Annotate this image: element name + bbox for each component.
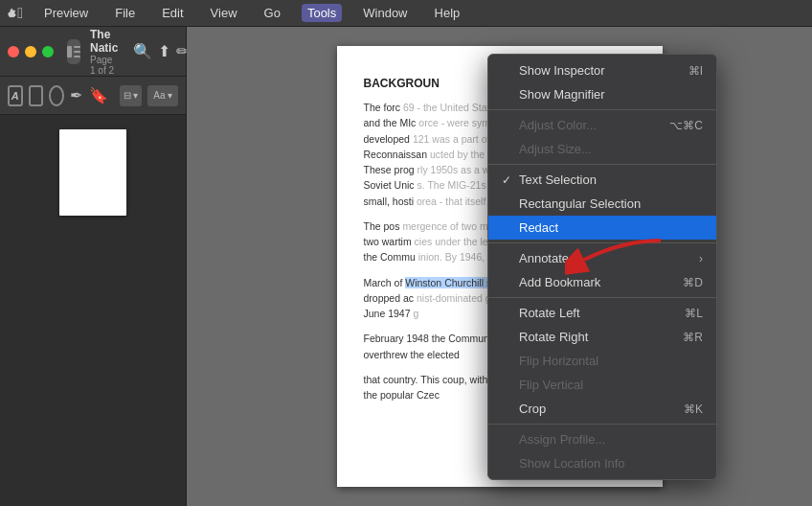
add-bookmark-label: Add Bookmark	[519, 275, 675, 289]
rotate-right-shortcut: ⌘R	[683, 331, 703, 344]
page-info: Page 1 of 2	[90, 55, 118, 76]
menu-tools[interactable]: Tools	[302, 4, 342, 22]
show-inspector-shortcut: ⌘I	[688, 64, 703, 78]
menu-annotate[interactable]: Annotate ›	[488, 246, 716, 270]
menu-redact[interactable]: Redact	[488, 216, 716, 240]
menu-preview[interactable]: Preview	[38, 4, 94, 22]
menu-file[interactable]: File	[109, 4, 141, 22]
svg-rect-3	[74, 56, 80, 58]
show-location-label: Show Location Info	[519, 456, 695, 471]
menu-crop[interactable]: Crop ⌘K	[488, 397, 716, 421]
text-tool-icon[interactable]: A	[8, 85, 23, 106]
menu-rotate-left[interactable]: Rotate Left ⌘L	[488, 301, 716, 325]
flip-horizontal-label: Flip Horizontal	[519, 354, 695, 368]
menu-text-selection[interactable]: ✓ Text Selection	[488, 168, 716, 192]
crop-label: Crop	[519, 402, 676, 416]
main-area: BACKGROUN The forc 69 - the United State…	[187, 27, 812, 506]
tools-dropdown: Show Inspector ⌘I Show Magnifier Adjust …	[487, 54, 717, 480]
annotate-arrow: ›	[699, 252, 703, 265]
flip-vertical-label: Flip Vertical	[519, 378, 695, 392]
sidebar: The Natic Page 1 of 2 🔍 ⬆ ✏ ⊡ 🛡 A ✒ 🔖	[0, 27, 187, 506]
menu-rect-selection[interactable]: Rectangular Selection	[488, 192, 716, 216]
menu-show-inspector[interactable]: Show Inspector ⌘I	[488, 58, 716, 82]
sep-3	[488, 242, 716, 243]
sidebar-toggle-icon[interactable]	[67, 39, 80, 64]
pen-tool-icon[interactable]: ✒	[70, 85, 83, 106]
menu-assign-profile[interactable]: Assign Profile...	[488, 427, 716, 451]
menu-rotate-right[interactable]: Rotate Right ⌘R	[488, 325, 716, 349]
menu-show-magnifier[interactable]: Show Magnifier	[488, 82, 716, 106]
adjust-color-label: Adjust Color...	[519, 118, 662, 132]
menu-adjust-size[interactable]: Adjust Size...	[488, 137, 716, 161]
crop-shortcut: ⌘K	[684, 402, 703, 416]
sep-2	[488, 164, 716, 165]
menu-view[interactable]: View	[205, 4, 243, 22]
menu-flip-horizontal[interactable]: Flip Horizontal	[488, 349, 716, 373]
menu-add-bookmark[interactable]: Add Bookmark ⌘D	[488, 270, 716, 294]
show-magnifier-label: Show Magnifier	[519, 87, 695, 102]
sep-4	[488, 297, 716, 298]
add-bookmark-shortcut: ⌘D	[683, 276, 703, 289]
rect-tool-icon[interactable]	[29, 85, 44, 106]
annotate-label: Annotate	[519, 251, 699, 265]
minimize-button[interactable]	[25, 46, 36, 58]
ellipse-tool-icon[interactable]	[49, 85, 64, 106]
app-title: The Natic	[90, 28, 118, 55]
menu-window[interactable]: Window	[357, 4, 413, 22]
menu-help[interactable]: Help	[429, 4, 466, 22]
svg-rect-1	[74, 46, 80, 48]
aa-options[interactable]: Aa▾	[147, 85, 178, 106]
zoom-icon[interactable]: 🔍	[133, 38, 152, 65]
svg-rect-0	[67, 46, 72, 58]
close-button[interactable]	[8, 46, 19, 58]
rotate-right-label: Rotate Right	[519, 330, 675, 344]
bookmark-icon[interactable]: 🔖	[89, 85, 108, 106]
apple-menu[interactable]: 	[8, 6, 23, 21]
maximize-button[interactable]	[42, 46, 54, 58]
adjust-size-label: Adjust Size...	[519, 142, 695, 156]
redact-label: Redact	[519, 220, 695, 235]
adjust-color-shortcut: ⌥⌘C	[669, 119, 703, 132]
menu-overlay: Show Inspector ⌘I Show Magnifier Adjust …	[187, 27, 812, 506]
page-thumbnail[interactable]	[0, 115, 186, 230]
assign-profile-label: Assign Profile...	[519, 432, 695, 447]
menubar:  Preview File Edit View Go Tools Window…	[0, 0, 812, 27]
menu-go[interactable]: Go	[259, 4, 286, 22]
rect-selection-label: Rectangular Selection	[519, 196, 695, 211]
show-inspector-label: Show Inspector	[519, 63, 681, 78]
menu-edit[interactable]: Edit	[156, 4, 189, 22]
menu-flip-vertical[interactable]: Flip Vertical	[488, 373, 716, 397]
sep-1	[488, 109, 716, 110]
text-selection-label: Text Selection	[519, 172, 695, 187]
menu-adjust-color[interactable]: Adjust Color... ⌥⌘C	[488, 113, 716, 137]
share-icon[interactable]: ⬆	[158, 38, 170, 65]
view-options[interactable]: ⊟▾	[120, 85, 142, 106]
thumbnail-page	[59, 129, 126, 216]
svg-rect-2	[74, 51, 80, 53]
check-text-selection: ✓	[502, 173, 517, 187]
menu-show-location[interactable]: Show Location Info	[488, 451, 716, 475]
rotate-left-shortcut: ⌘L	[685, 307, 703, 320]
traffic-lights	[8, 46, 54, 58]
rotate-left-label: Rotate Left	[519, 306, 677, 320]
sep-5	[488, 424, 716, 425]
